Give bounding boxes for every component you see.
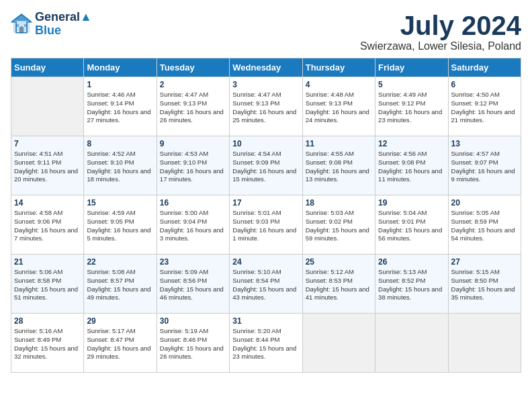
weekday-header: Wednesday	[230, 58, 302, 77]
calendar-cell: 18Sunrise: 5:03 AMSunset: 9:02 PMDayligh…	[302, 195, 375, 255]
svg-marker-5	[12, 13, 32, 21]
cell-info: Sunrise: 5:12 AMSunset: 8:53 PMDaylight:…	[306, 268, 372, 302]
svg-rect-4	[24, 24, 27, 27]
day-number: 25	[306, 257, 372, 267]
day-number: 6	[451, 80, 518, 89]
calendar-cell	[448, 314, 521, 373]
day-number: 2	[160, 80, 226, 89]
calendar-cell: 12Sunrise: 4:56 AMSunset: 9:08 PMDayligh…	[375, 136, 448, 195]
cell-info: Sunrise: 4:47 AMSunset: 9:13 PMDaylight:…	[160, 91, 226, 125]
day-number: 13	[451, 139, 518, 148]
day-number: 14	[14, 198, 81, 208]
calendar-cell: 13Sunrise: 4:57 AMSunset: 9:07 PMDayligh…	[448, 136, 521, 195]
cell-info: Sunrise: 5:06 AMSunset: 8:58 PMDaylight:…	[14, 268, 81, 302]
calendar-cell: 9Sunrise: 4:53 AMSunset: 9:10 PMDaylight…	[157, 136, 229, 195]
cell-info: Sunrise: 5:08 AMSunset: 8:57 PMDaylight:…	[87, 268, 153, 302]
cell-info: Sunrise: 4:59 AMSunset: 9:05 PMDaylight:…	[87, 209, 153, 243]
cell-info: Sunrise: 5:17 AMSunset: 8:47 PMDaylight:…	[87, 327, 153, 361]
calendar-cell: 7Sunrise: 4:51 AMSunset: 9:11 PMDaylight…	[11, 136, 84, 195]
day-number: 28	[14, 316, 81, 326]
calendar-cell: 5Sunrise: 4:49 AMSunset: 9:12 PMDaylight…	[375, 77, 448, 136]
calendar-cell	[11, 77, 84, 136]
day-number: 24	[232, 257, 299, 267]
month-title: July 2024	[360, 11, 521, 40]
day-number: 30	[160, 316, 226, 326]
day-number: 27	[451, 257, 518, 267]
day-number: 12	[378, 139, 445, 148]
cell-info: Sunrise: 5:00 AMSunset: 9:04 PMDaylight:…	[160, 209, 226, 243]
day-number: 4	[306, 80, 372, 89]
cell-info: Sunrise: 5:13 AMSunset: 8:52 PMDaylight:…	[378, 268, 445, 302]
day-number: 20	[451, 198, 518, 208]
day-number: 31	[232, 316, 299, 326]
day-number: 16	[160, 198, 226, 208]
header: General▲ Blue July 2024 Swierzawa, Lower…	[11, 11, 521, 52]
calendar-cell: 16Sunrise: 5:00 AMSunset: 9:04 PMDayligh…	[157, 195, 229, 255]
cell-info: Sunrise: 4:48 AMSunset: 9:13 PMDaylight:…	[306, 91, 372, 125]
calendar-cell: 4Sunrise: 4:48 AMSunset: 9:13 PMDaylight…	[302, 77, 375, 136]
day-number: 7	[14, 139, 81, 148]
day-number: 3	[232, 80, 299, 89]
calendar-cell: 24Sunrise: 5:10 AMSunset: 8:54 PMDayligh…	[230, 255, 302, 314]
calendar-cell: 14Sunrise: 4:58 AMSunset: 9:06 PMDayligh…	[11, 195, 84, 255]
calendar-week-row: 28Sunrise: 5:16 AMSunset: 8:49 PMDayligh…	[11, 314, 521, 373]
cell-info: Sunrise: 5:16 AMSunset: 8:49 PMDaylight:…	[14, 327, 81, 361]
calendar-cell: 8Sunrise: 4:52 AMSunset: 9:10 PMDaylight…	[84, 136, 157, 195]
day-number: 26	[378, 257, 445, 267]
cell-info: Sunrise: 4:56 AMSunset: 9:08 PMDaylight:…	[378, 150, 445, 184]
day-number: 10	[232, 139, 299, 148]
calendar-cell: 21Sunrise: 5:06 AMSunset: 8:58 PMDayligh…	[11, 255, 84, 314]
cell-info: Sunrise: 5:03 AMSunset: 9:02 PMDaylight:…	[306, 209, 372, 243]
cell-info: Sunrise: 4:47 AMSunset: 9:13 PMDaylight:…	[232, 91, 299, 125]
cell-info: Sunrise: 5:01 AMSunset: 9:03 PMDaylight:…	[232, 209, 299, 243]
cell-info: Sunrise: 4:49 AMSunset: 9:12 PMDaylight:…	[378, 91, 445, 125]
calendar-cell: 10Sunrise: 4:54 AMSunset: 9:09 PMDayligh…	[230, 136, 302, 195]
calendar-cell: 22Sunrise: 5:08 AMSunset: 8:57 PMDayligh…	[84, 255, 157, 314]
cell-info: Sunrise: 5:05 AMSunset: 8:59 PMDaylight:…	[451, 209, 518, 243]
day-number: 15	[87, 198, 153, 208]
cell-info: Sunrise: 4:54 AMSunset: 9:09 PMDaylight:…	[232, 150, 299, 184]
day-number: 17	[232, 198, 299, 208]
calendar-cell: 27Sunrise: 5:15 AMSunset: 8:50 PMDayligh…	[448, 255, 521, 314]
cell-info: Sunrise: 4:53 AMSunset: 9:10 PMDaylight:…	[160, 150, 226, 184]
day-number: 1	[87, 80, 153, 89]
cell-info: Sunrise: 4:58 AMSunset: 9:06 PMDaylight:…	[14, 209, 81, 243]
calendar-cell: 1Sunrise: 4:46 AMSunset: 9:14 PMDaylight…	[84, 77, 157, 136]
svg-rect-3	[16, 24, 19, 27]
cell-info: Sunrise: 4:46 AMSunset: 9:14 PMDaylight:…	[87, 91, 153, 125]
weekday-header: Tuesday	[157, 58, 229, 77]
weekday-header-row: SundayMondayTuesdayWednesdayThursdayFrid…	[11, 58, 521, 77]
calendar-cell: 3Sunrise: 4:47 AMSunset: 9:13 PMDaylight…	[230, 77, 302, 136]
calendar-cell: 6Sunrise: 4:50 AMSunset: 9:12 PMDaylight…	[448, 77, 521, 136]
weekday-header: Sunday	[11, 58, 84, 77]
day-number: 9	[160, 139, 226, 148]
day-number: 8	[87, 139, 153, 148]
logo-text: General▲ Blue	[35, 11, 92, 38]
day-number: 11	[306, 139, 372, 148]
weekday-header: Thursday	[302, 58, 375, 77]
cell-info: Sunrise: 4:55 AMSunset: 9:08 PMDaylight:…	[306, 150, 372, 184]
calendar-cell: 26Sunrise: 5:13 AMSunset: 8:52 PMDayligh…	[375, 255, 448, 314]
weekday-header: Friday	[375, 58, 448, 77]
calendar-cell: 20Sunrise: 5:05 AMSunset: 8:59 PMDayligh…	[448, 195, 521, 255]
day-number: 19	[378, 198, 445, 208]
calendar-week-row: 7Sunrise: 4:51 AMSunset: 9:11 PMDaylight…	[11, 136, 521, 195]
calendar-cell: 17Sunrise: 5:01 AMSunset: 9:03 PMDayligh…	[230, 195, 302, 255]
cell-info: Sunrise: 4:52 AMSunset: 9:10 PMDaylight:…	[87, 150, 153, 184]
logo: General▲ Blue	[11, 11, 92, 38]
cell-info: Sunrise: 5:10 AMSunset: 8:54 PMDaylight:…	[232, 268, 299, 302]
calendar-cell: 2Sunrise: 4:47 AMSunset: 9:13 PMDaylight…	[157, 77, 229, 136]
weekday-header: Monday	[84, 58, 157, 77]
calendar-cell	[375, 314, 448, 373]
title-area: July 2024 Swierzawa, Lower Silesia, Pola…	[360, 11, 521, 52]
weekday-header: Saturday	[448, 58, 521, 77]
calendar-cell: 25Sunrise: 5:12 AMSunset: 8:53 PMDayligh…	[302, 255, 375, 314]
calendar-cell: 11Sunrise: 4:55 AMSunset: 9:08 PMDayligh…	[302, 136, 375, 195]
calendar-week-row: 21Sunrise: 5:06 AMSunset: 8:58 PMDayligh…	[11, 255, 521, 314]
calendar-cell: 19Sunrise: 5:04 AMSunset: 9:01 PMDayligh…	[375, 195, 448, 255]
day-number: 21	[14, 257, 81, 267]
cell-info: Sunrise: 5:15 AMSunset: 8:50 PMDaylight:…	[451, 268, 518, 302]
calendar-cell	[302, 314, 375, 373]
calendar-week-row: 1Sunrise: 4:46 AMSunset: 9:14 PMDaylight…	[11, 77, 521, 136]
calendar-cell: 23Sunrise: 5:09 AMSunset: 8:56 PMDayligh…	[157, 255, 229, 314]
